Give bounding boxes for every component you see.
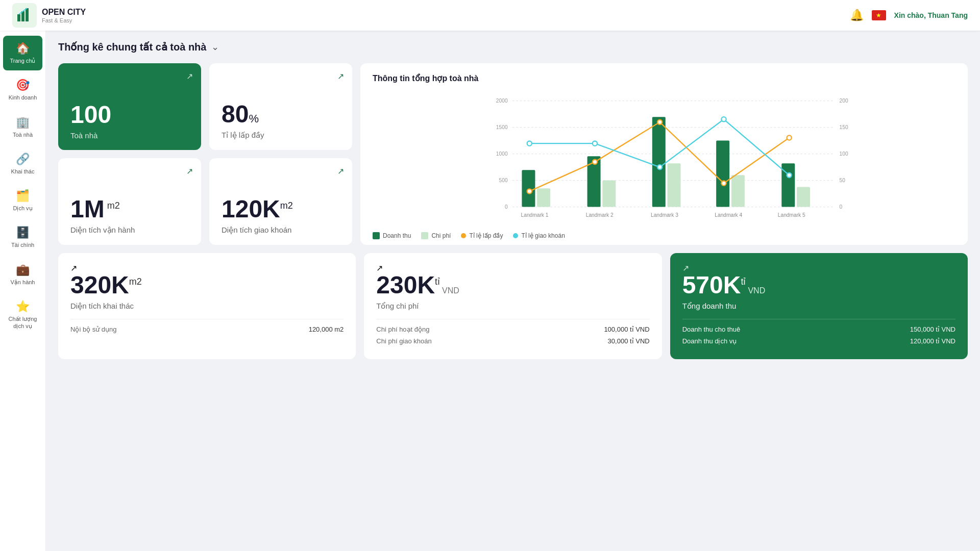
svg-rect-1 [17,14,20,21]
svg-text:150: 150 [840,124,848,130]
chart-card: Thông tin tổng hợp toà nhà 2000 1500 100 [360,63,968,245]
sidebar-item-kinh-doanh[interactable]: 🎯 Kinh doanh [3,72,42,107]
trang-chu-label: Trang chủ [10,57,35,64]
sidebar-item-chat-luong[interactable]: ⭐ Chất lượng dịch vụ [3,294,42,336]
page-header: Thống kê chung tất cả toà nhà ⌄ [58,41,968,53]
greeting: Xin chào, Thuan Tang [894,11,968,19]
svg-rect-3 [26,8,29,21]
chart-title: Thông tin tổng hợp toà nhà [373,73,955,83]
giao-khoan-number: 120Km2 [222,197,340,221]
doanh-thu-details: Doanh thu cho thuê 150,000 tỉ VND Doanh … [682,319,955,345]
sidebar-item-van-hanh[interactable]: 💼 Vận hành [3,257,42,292]
legend-doanh-thu: Doanh thu [373,232,411,239]
svg-text:Landmark 4: Landmark 4 [715,212,742,218]
khai-thac-row-1: Nội bộ sử dụng 120,000 m2 [70,325,344,333]
sidebar-item-tai-chinh[interactable]: 🗄️ Tài chính [3,220,42,255]
external-link-ti-le[interactable]: ↗ [337,71,344,81]
ti-le-label: Tỉ lệ lấp đầy [222,131,340,140]
tai-chinh-label: Tài chính [11,241,34,248]
sidebar: 🏠 Trang chủ 🎯 Kinh doanh 🏢 Toà nhà 🔗 Kha… [0,31,46,551]
page-title: Thống kê chung tất cả toà nhà [58,41,206,53]
sidebar-item-dich-vu[interactable]: 🗂️ Dịch vụ [3,183,42,218]
header-right: 🔔 Xin chào, Thuan Tang [850,9,968,22]
van-hanh-number: 1M m2 [70,197,189,221]
username: Thuan Tang [928,11,968,19]
doanh-thu-row-1: Doanh thu cho thuê 150,000 tỉ VND [682,325,955,333]
svg-rect-25 [716,141,729,207]
layout: 🏠 Trang chủ 🎯 Kinh doanh 🏢 Toà nhà 🔗 Kha… [0,31,980,551]
svg-point-30 [593,160,597,164]
card-doanh-thu: ↗ 570KtỉVND Tổng doanh thu Doanh thu cho… [670,253,968,359]
khai-thac-label: Diện tích khai thác [70,302,344,311]
sidebar-item-trang-chu[interactable]: 🏠 Trang chủ [3,36,42,70]
chat-luong-label: Chất lượng dịch vụ [7,315,38,330]
card-toa-nha: ↗ 100 Toà nhà [58,63,201,150]
logo-icon [12,3,37,28]
legend-chi-phi: Chi phí [421,232,451,239]
svg-text:1500: 1500 [496,124,508,130]
card-chi-phi: ↗ 230KtỉVND Tổng chi phí Chi phí hoạt độ… [364,253,662,359]
svg-text:500: 500 [499,178,508,183]
svg-rect-2 [21,11,24,21]
svg-text:2000: 2000 [496,98,508,104]
trang-chu-icon: 🏠 [16,42,30,55]
tai-chinh-icon: 🗄️ [16,226,30,239]
ti-le-number: 80% [222,102,340,127]
svg-rect-22 [602,181,616,207]
svg-text:Landmark 2: Landmark 2 [586,212,614,218]
svg-rect-24 [668,163,681,207]
page-title-dropdown[interactable]: ⌄ [211,41,219,53]
svg-point-38 [787,173,792,178]
chi-phi-row-1: Chi phí hoạt động 100,000 tỉ VND [376,325,649,333]
svg-text:1000: 1000 [496,151,508,157]
sidebar-item-toa-nha[interactable]: 🏢 Toà nhà [3,110,42,144]
kinh-doanh-icon: 🎯 [16,79,30,92]
legend-ti-le-giao-khoan: Tỉ lệ giao khoán [513,232,565,239]
chi-phi-row-2: Chi phí giao khoán 30,000 tỉ VND [376,337,649,345]
legend-ti-le-lap-day: Tỉ lệ lấp đầy [461,232,503,239]
svg-point-34 [527,141,532,146]
sidebar-item-khai-thac[interactable]: 🔗 Khai thác [3,146,42,181]
khai-thac-number: 320Km2 [70,273,344,297]
svg-rect-26 [731,175,745,207]
logo-area: OPEN CITY Fast & Easy [12,3,86,28]
external-link-giao-khoan[interactable]: ↗ [337,166,344,176]
chat-luong-icon: ⭐ [16,300,30,313]
card-giao-khoan: ↗ 120Km2 Diện tích giao khoán [209,158,352,245]
van-hanh-label: Diện tích vận hành [70,226,189,235]
card-ti-le-lap-day: ↗ 80% Tỉ lệ lấp đầy [209,63,352,150]
svg-point-29 [527,189,532,193]
svg-text:0: 0 [840,204,843,210]
svg-rect-20 [537,188,550,207]
notification-icon[interactable]: 🔔 [850,9,864,22]
flag-vietnam[interactable] [872,10,886,20]
card-khai-thac: ↗ 320Km2 Diện tích khai thác Nội bộ sử d… [58,253,356,359]
giao-khoan-label: Diện tích giao khoán [222,226,340,235]
chart-legend: Doanh thu Chi phí Tỉ lệ lấp đầy Tỉ lệ gi… [373,232,955,239]
svg-point-32 [721,181,726,186]
toa-nha-label: Toà nhà [70,131,189,140]
external-link-van-hanh[interactable]: ↗ [186,166,193,176]
svg-text:Landmark 5: Landmark 5 [778,212,805,218]
dich-vu-icon: 🗂️ [16,189,30,203]
svg-text:Landmark 3: Landmark 3 [651,212,678,218]
van-hanh-icon: 💼 [16,263,30,277]
chart-container: 2000 1500 1000 500 0 200 150 100 50 0 [373,91,955,226]
toa-nha-icon: 🏢 [16,116,30,129]
bottom-row: ↗ 320Km2 Diện tích khai thác Nội bộ sử d… [58,253,968,359]
svg-text:200: 200 [840,98,848,104]
logo-title: OPEN CITY [42,7,86,17]
svg-point-35 [593,141,597,146]
dich-vu-label: Dịch vụ [13,205,32,212]
logo-text-block: OPEN CITY Fast & Easy [42,7,86,23]
svg-point-37 [721,117,726,121]
svg-point-31 [657,120,662,124]
svg-point-36 [657,165,662,169]
main-content: Thống kê chung tất cả toà nhà ⌄ ↗ 100 To… [46,31,980,551]
svg-rect-23 [652,117,666,207]
chi-phi-number: 230KtỉVND [376,273,649,297]
van-hanh-label: Vận hành [11,279,35,286]
svg-text:Landmark 1: Landmark 1 [521,212,549,218]
chi-phi-label: Tổng chi phí [376,302,649,311]
external-link-toa-nha[interactable]: ↗ [186,71,193,81]
